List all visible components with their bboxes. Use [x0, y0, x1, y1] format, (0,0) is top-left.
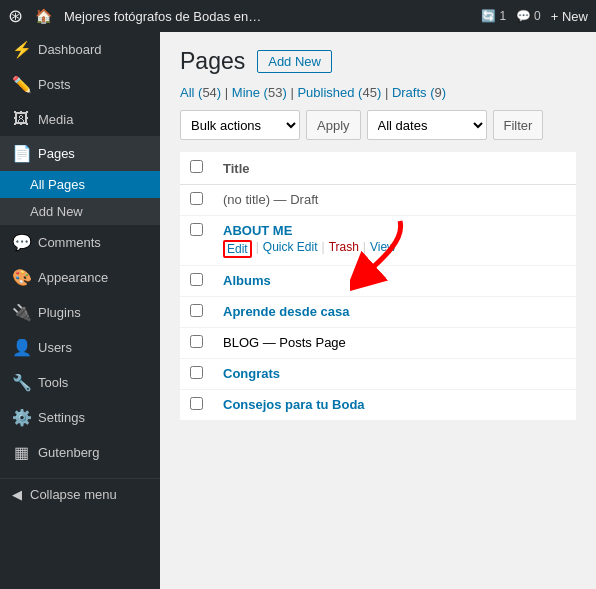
sidebar-item-appearance[interactable]: 🎨 Appearance — [0, 260, 160, 295]
toolbar: Bulk actions Apply All dates Filter — [180, 110, 576, 140]
page-header: Pages Add New — [180, 48, 576, 75]
tools-icon: 🔧 — [12, 373, 30, 392]
sidebar-gutenberg-label: Gutenberg — [38, 445, 99, 460]
appearance-icon: 🎨 — [12, 268, 30, 287]
albums-page-link[interactable]: Albums — [223, 273, 271, 288]
filter-mine-link[interactable]: Mine (53) — [232, 85, 287, 100]
table-row: (no title) — Draft — [180, 185, 576, 216]
page-title-cell: BLOG — Posts Page — [213, 328, 576, 359]
sidebar-item-comments[interactable]: 💬 Comments — [0, 225, 160, 260]
filter-drafts-link[interactable]: Drafts (9) — [392, 85, 446, 100]
filter-all-link[interactable]: All (54) — [180, 85, 221, 100]
home-icon[interactable]: 🏠 — [35, 8, 52, 24]
date-filter-select[interactable]: All dates — [367, 110, 487, 140]
row-checkbox[interactable] — [190, 223, 203, 236]
row-checkbox[interactable] — [190, 335, 203, 348]
site-name[interactable]: Mejores fotógrafos de Bodas en Medellín,… — [64, 9, 264, 24]
page-title-cell: (no title) — Draft — [213, 185, 576, 216]
update-icon[interactable]: 🔄 1 — [481, 9, 506, 23]
row-checkbox-cell[interactable] — [180, 266, 213, 297]
media-icon: 🖼 — [12, 110, 30, 128]
users-icon: 👤 — [12, 338, 30, 357]
edit-link[interactable]: Edit — [227, 242, 248, 256]
select-all-checkbox[interactable] — [190, 160, 203, 173]
quick-edit-link[interactable]: Quick Edit — [263, 240, 318, 258]
bulk-actions-select[interactable]: Bulk actions — [180, 110, 300, 140]
select-all-checkbox-header[interactable] — [180, 152, 213, 185]
row-checkbox[interactable] — [190, 397, 203, 410]
new-button[interactable]: + New — [551, 9, 588, 24]
arrow-row — [180, 266, 576, 267]
sidebar-tools-label: Tools — [38, 375, 68, 390]
row-checkbox[interactable] — [190, 273, 203, 286]
wp-logo-icon[interactable]: ⊛ — [8, 5, 23, 27]
table-row: Congrats — [180, 359, 576, 390]
sidebar-item-plugins[interactable]: 🔌 Plugins — [0, 295, 160, 330]
page-title-cell: ABOUT ME Edit | Quick Edit | Trash | Vie… — [213, 216, 576, 266]
pages-icon: 📄 — [12, 144, 30, 163]
row-checkbox[interactable] — [190, 366, 203, 379]
topbar-icons: 🔄 1 💬 0 + New — [481, 9, 588, 24]
sidebar-item-media[interactable]: 🖼 Media — [0, 102, 160, 136]
trash-link[interactable]: Trash — [329, 240, 359, 258]
table-row: BLOG — Posts Page — [180, 328, 576, 359]
topbar: ⊛ 🏠 Mejores fotógrafos de Bodas en Medel… — [0, 0, 596, 32]
main-content: Pages Add New All (54) | Mine (53) | Pub… — [160, 32, 596, 589]
sidebar-media-label: Media — [38, 112, 73, 127]
row-checkbox-cell[interactable] — [180, 359, 213, 390]
row-checkbox-cell[interactable] — [180, 328, 213, 359]
sidebar-users-label: Users — [38, 340, 72, 355]
table-row: Aprende desde casa — [180, 297, 576, 328]
gutenberg-icon: ▦ — [12, 443, 30, 462]
settings-icon: ⚙️ — [12, 408, 30, 427]
sidebar-item-dashboard[interactable]: ⚡ Dashboard — [0, 32, 160, 67]
row-checkbox-cell[interactable] — [180, 185, 213, 216]
sidebar-item-posts[interactable]: ✏️ Posts — [0, 67, 160, 102]
sidebar-item-pages[interactable]: 📄 Pages — [0, 136, 160, 171]
congrats-page-link[interactable]: Congrats — [223, 366, 280, 381]
sidebar-item-tools[interactable]: 🔧 Tools — [0, 365, 160, 400]
collapse-icon: ◀ — [12, 487, 22, 502]
sidebar-item-add-new[interactable]: Add New — [0, 198, 160, 225]
filter-published-link[interactable]: Published (45) — [297, 85, 381, 100]
table-row: Consejos para tu Boda — [180, 390, 576, 421]
row-checkbox[interactable] — [190, 304, 203, 317]
sidebar-posts-label: Posts — [38, 77, 71, 92]
sidebar-collapse-button[interactable]: ◀ Collapse menu — [0, 478, 160, 510]
view-link[interactable]: View — [370, 240, 396, 258]
row-checkbox[interactable] — [190, 192, 203, 205]
row-checkbox-cell[interactable] — [180, 297, 213, 328]
page-title-cell: Aprende desde casa — [213, 297, 576, 328]
comment-icon[interactable]: 💬 0 — [516, 9, 541, 23]
add-new-button[interactable]: Add New — [257, 50, 332, 73]
filter-links: All (54) | Mine (53) | Published (45) | … — [180, 85, 576, 100]
about-me-page-link[interactable]: ABOUT ME — [223, 223, 292, 238]
plugins-icon: 🔌 — [12, 303, 30, 322]
table-row: Albums — [180, 266, 576, 297]
sidebar-item-all-pages[interactable]: All Pages — [0, 171, 160, 198]
sidebar-settings-label: Settings — [38, 410, 85, 425]
about-me-row-actions: Edit | Quick Edit | Trash | View — [223, 240, 566, 258]
consejos-page-link[interactable]: Consejos para tu Boda — [223, 397, 365, 412]
aprende-page-link[interactable]: Aprende desde casa — [223, 304, 349, 319]
sidebar-plugins-label: Plugins — [38, 305, 81, 320]
apply-button[interactable]: Apply — [306, 110, 361, 140]
page-draft-title: (no title) — Draft — [223, 192, 318, 207]
edit-action-highlight: Edit — [223, 240, 252, 258]
sidebar-collapse-label: Collapse menu — [30, 487, 117, 502]
posts-icon: ✏️ — [12, 75, 30, 94]
comments-icon: 💬 — [12, 233, 30, 252]
sidebar-item-gutenberg[interactable]: ▦ Gutenberg — [0, 435, 160, 470]
row-checkbox-cell[interactable] — [180, 390, 213, 421]
filter-button[interactable]: Filter — [493, 110, 544, 140]
sidebar-item-settings[interactable]: ⚙️ Settings — [0, 400, 160, 435]
table-row: ABOUT ME Edit | Quick Edit | Trash | Vie… — [180, 216, 576, 266]
sidebar-add-new-label: Add New — [30, 204, 83, 219]
row-checkbox-cell[interactable] — [180, 216, 213, 266]
page-title-cell: Congrats — [213, 359, 576, 390]
sidebar-appearance-label: Appearance — [38, 270, 108, 285]
sidebar-item-users[interactable]: 👤 Users — [0, 330, 160, 365]
title-column-header: Title — [213, 152, 576, 185]
sidebar-pages-submenu: All Pages Add New — [0, 171, 160, 225]
blog-page-title: BLOG — Posts Page — [223, 335, 346, 350]
